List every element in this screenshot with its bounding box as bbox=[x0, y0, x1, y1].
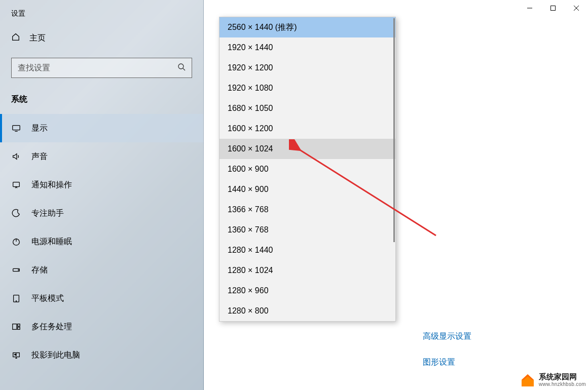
search-icon bbox=[177, 63, 186, 73]
resolution-option[interactable]: 1360 × 768 bbox=[219, 220, 395, 240]
nav-item-label: 声音 bbox=[31, 151, 48, 162]
nav-item-label: 存储 bbox=[31, 265, 48, 276]
search-row bbox=[0, 51, 203, 83]
app-title: 设置 bbox=[0, 0, 203, 25]
search-box[interactable] bbox=[11, 58, 192, 78]
graphics-settings-link[interactable]: 图形设置 bbox=[423, 357, 455, 368]
resolution-option[interactable]: 1920 × 1200 bbox=[219, 58, 395, 78]
nav-item-label: 投影到此电脑 bbox=[31, 350, 80, 361]
resolution-option[interactable]: 1920 × 1080 bbox=[219, 78, 395, 98]
close-button[interactable] bbox=[565, 0, 588, 16]
svg-rect-3 bbox=[13, 182, 20, 187]
svg-rect-0 bbox=[551, 6, 556, 11]
maximize-button[interactable] bbox=[541, 0, 565, 16]
focus-icon bbox=[11, 209, 21, 218]
resolution-option[interactable]: 1600 × 1200 bbox=[219, 119, 395, 139]
advanced-display-link[interactable]: 高级显示设置 bbox=[423, 331, 471, 342]
resolution-option[interactable]: 1600 × 1024 bbox=[219, 139, 395, 159]
nav-item-label: 平板模式 bbox=[31, 293, 64, 304]
resolution-option[interactable]: 1280 × 1024 bbox=[219, 260, 395, 281]
home-label: 主页 bbox=[29, 33, 46, 44]
display-icon bbox=[11, 124, 21, 133]
svg-rect-11 bbox=[18, 327, 20, 330]
watermark: 系统家园网 www.hnzkhbsb.com bbox=[520, 372, 586, 388]
watermark-text: 系统家园网 www.hnzkhbsb.com bbox=[539, 372, 586, 387]
nav-item-display[interactable]: 显示 bbox=[0, 114, 203, 142]
search-input[interactable] bbox=[18, 63, 177, 72]
nav-item-notifications[interactable]: 通知和操作 bbox=[0, 171, 203, 199]
resolution-option[interactable]: 2560 × 1440 (推荐) bbox=[219, 17, 395, 37]
resolution-option[interactable]: 1280 × 1440 bbox=[219, 240, 395, 260]
storage-icon bbox=[11, 265, 21, 275]
watermark-line1: 系统家园网 bbox=[539, 372, 586, 381]
resolution-option[interactable]: 1280 × 960 bbox=[219, 281, 395, 301]
resolution-option[interactable]: 1680 × 1050 bbox=[219, 98, 395, 119]
sidebar: 设置 主页 系统 显示声音通知和操作专注助手电源和睡眠存储平板模式多任务处理投影… bbox=[0, 0, 204, 390]
nav-item-focus[interactable]: 专注助手 bbox=[0, 199, 203, 227]
nav-item-label: 显示 bbox=[31, 123, 48, 134]
nav-item-storage[interactable]: 存储 bbox=[0, 256, 203, 284]
nav-item-label: 专注助手 bbox=[31, 208, 64, 219]
nav-item-label: 通知和操作 bbox=[31, 180, 72, 190]
category-title: 系统 bbox=[0, 83, 203, 114]
home-icon bbox=[11, 32, 20, 44]
watermark-house-icon bbox=[520, 372, 536, 388]
nav-item-multitask[interactable]: 多任务处理 bbox=[0, 313, 203, 341]
home-button[interactable]: 主页 bbox=[0, 25, 203, 51]
resolution-option[interactable]: 1440 × 900 bbox=[219, 179, 395, 200]
sound-icon bbox=[11, 152, 21, 161]
dropdown-inner: 2560 × 1440 (推荐)1920 × 14401920 × 120019… bbox=[219, 17, 395, 321]
svg-rect-2 bbox=[13, 126, 20, 130]
nav-list: 显示声音通知和操作专注助手电源和睡眠存储平板模式多任务处理投影到此电脑 bbox=[0, 114, 203, 369]
notifications-icon bbox=[11, 180, 21, 189]
nav-item-tablet[interactable]: 平板模式 bbox=[0, 284, 203, 313]
titlebar bbox=[204, 0, 588, 16]
svg-point-1 bbox=[178, 64, 183, 69]
dropdown-list: 2560 × 1440 (推荐)1920 × 14401920 × 120019… bbox=[219, 17, 395, 321]
resolution-option[interactable]: 1366 × 768 bbox=[219, 200, 395, 220]
svg-rect-10 bbox=[18, 324, 20, 327]
resolution-option[interactable]: 1280 × 800 bbox=[219, 301, 395, 321]
svg-point-8 bbox=[16, 301, 16, 301]
resolution-option[interactable]: 1920 × 1440 bbox=[219, 37, 395, 58]
nav-item-project[interactable]: 投影到此电脑 bbox=[0, 341, 203, 369]
nav-item-label: 多任务处理 bbox=[31, 322, 72, 332]
minimize-button[interactable] bbox=[518, 0, 541, 16]
dropdown-scrollbar[interactable] bbox=[393, 18, 395, 242]
tablet-icon bbox=[11, 294, 21, 303]
resolution-dropdown[interactable]: 2560 × 1440 (推荐)1920 × 14401920 × 120019… bbox=[219, 17, 396, 322]
nav-item-label: 电源和睡眠 bbox=[31, 237, 72, 247]
nav-item-sound[interactable]: 声音 bbox=[0, 142, 203, 171]
project-icon bbox=[11, 350, 21, 360]
svg-rect-9 bbox=[13, 324, 17, 330]
nav-item-power[interactable]: 电源和睡眠 bbox=[0, 227, 203, 256]
multitask-icon bbox=[11, 322, 21, 331]
watermark-line2: www.hnzkhbsb.com bbox=[539, 381, 586, 387]
power-icon bbox=[11, 237, 21, 246]
svg-point-6 bbox=[18, 269, 19, 270]
resolution-option[interactable]: 1600 × 900 bbox=[219, 159, 395, 179]
